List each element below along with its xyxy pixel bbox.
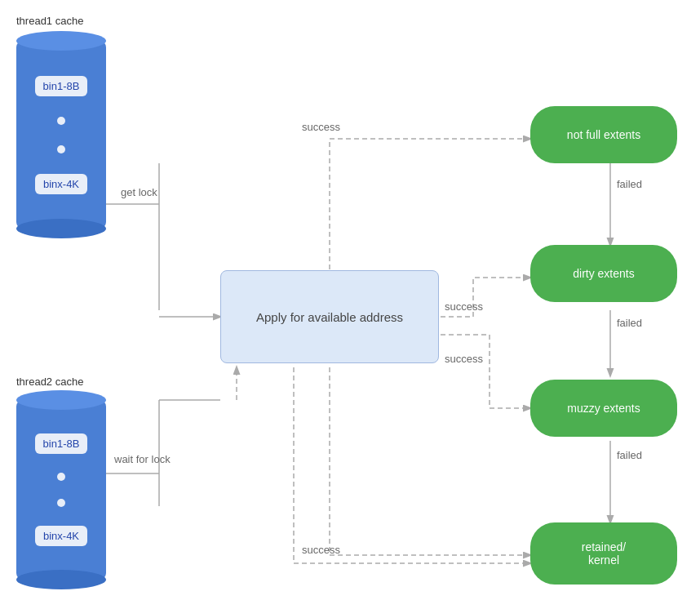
retained-kernel-label: retained/kernel — [582, 540, 626, 567]
failed1-label: failed — [617, 178, 642, 190]
not-full-extents-box: not full extents — [530, 106, 677, 163]
thread2-label: thread2 cache — [16, 376, 83, 388]
center-box: Apply for available address — [220, 270, 439, 363]
get-lock-label: get lock — [121, 186, 157, 198]
thread1-binx-label: binx-4K — [35, 174, 87, 194]
failed3-label: failed — [617, 449, 642, 461]
success1-label: success — [302, 121, 340, 133]
thread1-bin1-label: bin1-8B — [35, 76, 88, 96]
success2-label: success — [445, 300, 483, 313]
thread2-bin1-label: bin1-8B — [35, 433, 88, 454]
thread2-cylinder: bin1-8B binx-4K — [16, 400, 106, 580]
failed2-label: failed — [617, 317, 642, 329]
thread1-cylinder: bin1-8B binx-4K — [16, 41, 106, 229]
diagram: thread1 cache bin1-8B binx-4K thread2 ca… — [0, 0, 700, 609]
thread2-binx-label: binx-4K — [35, 526, 87, 546]
muzzy-extents-box: muzzy extents — [530, 380, 677, 437]
thread1-label: thread1 cache — [16, 15, 83, 27]
retained-kernel-box: retained/kernel — [530, 522, 677, 585]
success4-label: success — [302, 544, 340, 556]
success3-label: success — [445, 353, 483, 365]
wait-for-lock-label: wait for lock — [114, 453, 171, 465]
dirty-extents-box: dirty extents — [530, 245, 677, 302]
